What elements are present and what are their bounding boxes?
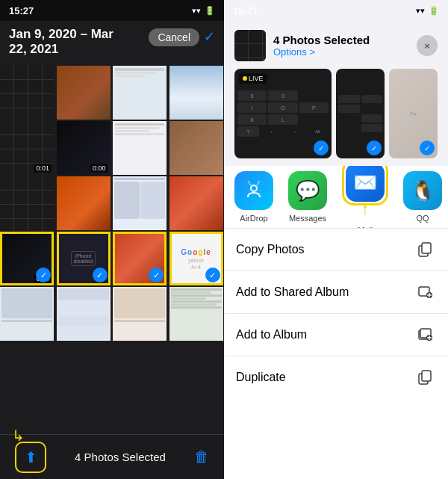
mail-app[interactable]: ✉️ ↑ Mail [342,166,388,229]
app-row: AirDrop 💬 Messages ✉️ ↑ Mail 🐧 QQ [224,166,448,229]
grid-cell[interactable]: 0:00 [57,121,111,175]
shared-album-icon [415,282,436,303]
grid-cell[interactable] [0,66,54,120]
messages-icon: 💬 [288,171,327,210]
copy-photos-label: Copy Photos [236,243,305,256]
duplicate-icon [415,367,436,388]
checkmark-icon: ✓ [204,28,215,45]
selected-check: ✓ [314,140,329,155]
airdrop-app[interactable]: AirDrop [234,171,273,223]
live-dot [243,76,247,81]
grid-cell[interactable] [113,66,167,120]
selected-check: ✓ [36,268,51,282]
right-panel: 15:27 ▾▾ 🔋 4 Photos Selected Options > × [224,0,448,479]
add-shared-album-item[interactable]: Add to Shared Album [224,271,448,314]
mail-arrow-annotation: ↑ [361,200,370,219]
left-status-icons: ▾▾ 🔋 [192,6,215,16]
right-status-bar: 15:27 ▾▾ 🔋 [224,0,448,21]
photo-grid: 0:01 0:00 [0,21,224,434]
share-header: 4 Photos Selected Options > × [224,21,448,69]
selected-check: ✓ [149,268,164,282]
selected-count: 4 Photos Selected [75,451,166,463]
menu-list: Copy Photos Add to Shared Album [224,229,448,479]
grid-cell[interactable] [57,176,111,230]
qq-icon: 🐧 [403,171,442,210]
grid-cell[interactable] [169,121,223,175]
right-status-time: 15:27 [233,5,258,16]
options-link[interactable]: Options > [273,46,370,58]
duplicate-item[interactable]: Duplicate [224,356,448,398]
grid-cell[interactable] [57,287,111,341]
grid-cell[interactable] [113,121,167,175]
selected-check: ✓ [93,268,108,282]
share-icon: ⬆ [25,448,37,466]
share-button-wrapper: ↳ ⬆ [15,442,46,473]
preview-photo-1[interactable]: LIVE 9 0 I O P K L [234,69,332,158]
grid-cell[interactable]: iPhonedisabled ✓ [57,232,111,285]
mail-app-highlight: ✉️ ↑ [342,166,388,205]
grid-cell[interactable] [57,66,111,120]
selected-check: ✓ [420,140,435,155]
grid-cell[interactable] [113,287,167,341]
arrow-annotation: ↳ [12,427,25,445]
video-duration: 0:01 [34,164,52,173]
video-duration: 0:00 [90,164,108,173]
left-status-bar: 15:27 ▾▾ 🔋 [0,0,224,21]
messages-label: Messages [289,214,326,223]
cancel-button[interactable]: Cancel [149,28,199,46]
airdrop-icon [234,171,273,210]
grid-cell[interactable] [169,66,223,120]
grid-cell[interactable] [169,176,223,230]
qq-app[interactable]: 🐧 QQ [403,171,442,223]
add-album-label: Add to Album [236,328,307,342]
qq-label: QQ [416,214,429,223]
airdrop-label: AirDrop [240,214,267,223]
grid-cell[interactable] [113,176,167,230]
copy-photos-item[interactable]: Copy Photos [224,229,448,271]
date-range: Jan 9, 2020 – Mar 22, 2021 [9,27,113,58]
grid-cell[interactable] [169,287,223,341]
share-title: 4 Photos Selected [273,34,370,46]
grid-cell[interactable] [0,287,54,341]
preview-photo-2[interactable]: ✓ [336,69,385,158]
svg-point-0 [251,185,257,191]
add-album-item[interactable]: Add to Album [224,314,448,356]
close-button[interactable]: × [417,35,438,56]
share-title-group: 4 Photos Selected Options > [273,34,370,58]
preview-strip: LIVE 9 0 I O P K L [224,69,448,166]
trash-button[interactable]: 🗑 [194,448,209,466]
grid-cell[interactable] [0,176,54,230]
grid-cell[interactable]: 0:01 [0,121,54,175]
svg-rect-2 [422,243,431,253]
selected-check: ✓ [367,140,382,155]
right-status-icons: ▾▾ 🔋 [416,6,439,16]
duplicate-label: Duplicate [236,371,286,384]
grid-cell[interactable]: Google yahoo! A+4 ✓ [169,232,223,285]
grid-inner: 0:01 0:00 [0,21,224,341]
copy-icon [415,239,436,260]
preview-photo-3[interactable]: F▸ ✓ [389,69,438,158]
left-panel: 15:27 ▾▾ 🔋 Jan 9, 2020 – Mar 22, 2021 Ca… [0,0,224,479]
mail-icon: ✉️ [346,166,385,202]
svg-rect-13 [422,371,431,381]
album-icon [415,324,436,345]
share-header-left: 4 Photos Selected Options > [234,30,370,61]
messages-app[interactable]: 💬 Messages [288,171,327,223]
add-shared-album-label: Add to Shared Album [236,285,349,299]
grid-cell[interactable]: 0:04 ✓ [0,232,54,285]
photos-header: Jan 9, 2020 – Mar 22, 2021 Cancel ✓ [0,21,224,63]
grid-cell[interactable]: ✓ [113,232,167,285]
share-sheet: 4 Photos Selected Options > × LIVE 9 [224,21,448,479]
bottom-toolbar: ↳ ⬆ 4 Photos Selected 🗑 [0,434,224,479]
live-badge: LIVE [239,73,267,84]
selected-check: ✓ [205,268,220,282]
left-status-time: 15:27 [9,5,34,16]
share-button[interactable]: ⬆ [15,442,46,473]
share-thumbnail [234,30,266,61]
